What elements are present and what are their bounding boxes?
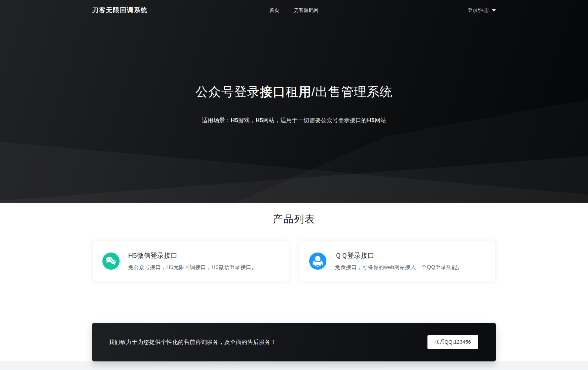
navbar: 刀客无限回调系统 首页 刀客源码网 登录/注册 [0, 0, 588, 20]
products-heading: 产品列表 [0, 213, 588, 226]
login-register-label: 登录/注册 [468, 7, 489, 14]
nav-links: 首页 刀客源码网 [270, 7, 319, 14]
cta-message: 我们致力于为您提供个性化的售前咨询服务，及全面的售后服务！ [109, 338, 276, 346]
hero-title: 公众号登录接口租用/出售管理系统 [0, 84, 588, 100]
login-register-dropdown[interactable]: 登录/注册 [468, 7, 496, 14]
footer-strip [0, 361, 588, 370]
brand-logo[interactable]: 刀客无限回调系统 [92, 6, 148, 15]
caret-down-icon [492, 9, 496, 12]
product-card-description: 免公众号接口，H5无限回调接口，H5微信登录接口。 [128, 264, 257, 271]
products-section: 产品列表 H5微信登录接口 免公众号接口，H5无限回调接口，H5微信登录接 [0, 203, 588, 361]
nav-link-home[interactable]: 首页 [270, 7, 279, 14]
nav-link-daoke-source[interactable]: 刀客源码网 [294, 7, 319, 14]
card-text: ＱＱ登录接口 免费接口，可将你的web网站接入一个QQ登录功能。 [335, 251, 463, 271]
product-card-title: H5微信登录接口 [128, 251, 257, 260]
hero-section: 刀客无限回调系统 首页 刀客源码网 登录/注册 公众号登录接口租用/出售管理系统… [0, 0, 588, 203]
card-text: H5微信登录接口 免公众号接口，H5无限回调接口，H5微信登录接口。 [128, 251, 257, 271]
cta-banner: 我们致力于为您提供个性化的售前咨询服务，及全面的售后服务！ 联系QQ:12345… [92, 323, 496, 361]
product-card-title: ＱＱ登录接口 [335, 251, 463, 260]
contact-qq-button[interactable]: 联系QQ:123456 [427, 335, 478, 349]
qq-icon [309, 252, 326, 270]
product-cards-row: H5微信登录接口 免公众号接口，H5无限回调接口，H5微信登录接口。 ＱＱ登录接… [92, 241, 496, 281]
product-card-qq[interactable]: ＱＱ登录接口 免费接口，可将你的web网站接入一个QQ登录功能。 [299, 241, 496, 281]
hero-subtitle: 适用场景：H5游戏，H5网站，适用于一切需要公众号登录接口的H5网站 [0, 117, 588, 124]
wechat-icon [102, 252, 120, 270]
product-card-wechat[interactable]: H5微信登录接口 免公众号接口，H5无限回调接口，H5微信登录接口。 [92, 241, 289, 281]
product-card-description: 免费接口，可将你的web网站接入一个QQ登录功能。 [335, 264, 463, 271]
